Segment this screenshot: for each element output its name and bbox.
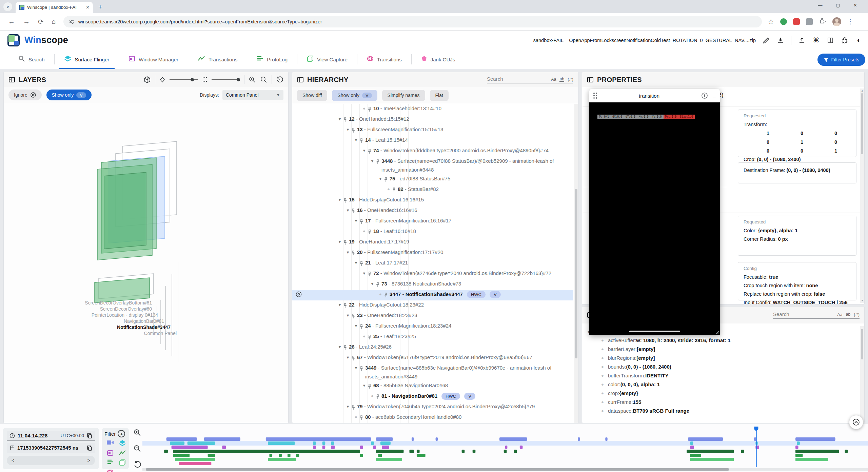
timeline-block-surface-flinger[interactable] <box>188 441 215 445</box>
expand-arrow-icon[interactable]: ▼ <box>353 136 359 144</box>
zoom-out-icon[interactable] <box>133 445 141 453</box>
expand-arrow-icon[interactable]: ▼ <box>344 402 351 411</box>
timeline-block-transactions[interactable] <box>164 450 168 453</box>
edit-pencil-icon[interactable] <box>763 37 770 44</box>
pin-icon[interactable] <box>368 227 373 237</box>
tree-node[interactable]: ▼14 - Leaf:15:15#14 <box>292 136 573 146</box>
camera-filter-icon[interactable] <box>106 439 114 448</box>
timeline-block-transitions[interactable] <box>499 437 527 441</box>
match-case-toggle[interactable]: Aa <box>837 312 842 317</box>
tree-node[interactable]: ▼21 - Leaf:17:17#21 <box>292 258 573 269</box>
next-frame-button[interactable]: > <box>87 458 90 463</box>
tree-node[interactable]: ●25 - Leaf:18:23#25 <box>292 332 573 342</box>
expand-arrow-icon[interactable]: ▼ <box>361 381 368 390</box>
browser-tab[interactable]: Winscope | sandbox-FAI ✕ <box>16 2 93 13</box>
zoom-in-icon[interactable] <box>133 429 141 437</box>
extension-icon-green[interactable] <box>780 18 787 25</box>
expand-arrow-icon[interactable]: ▼ <box>336 195 343 204</box>
timeline-block-protolog[interactable] <box>795 454 803 457</box>
rotation-slider[interactable] <box>170 79 198 80</box>
timeline-block-transactions[interactable] <box>173 450 360 453</box>
timeline-block-window-manager[interactable] <box>373 446 376 449</box>
tree-node[interactable]: ▼74 - WindowToken{fdddbe6 type=2000 andr… <box>292 146 573 157</box>
timeline-block-transitions[interactable] <box>376 437 393 441</box>
transactions-filter-icon[interactable] <box>119 450 126 458</box>
property-row[interactable]: ●color: (0, 0, 0), alpha: 1 <box>582 380 860 389</box>
pin-icon[interactable] <box>376 157 381 167</box>
info-icon[interactable] <box>701 92 708 99</box>
timeline-block-protolog[interactable] <box>208 454 215 457</box>
tab-surface-flinger[interactable]: Surface Flinger <box>55 50 119 69</box>
viewcapture-filter-icon[interactable] <box>119 459 126 467</box>
timeline-block-transactions[interactable] <box>376 450 403 453</box>
timeline-cursor-handle[interactable] <box>754 427 758 431</box>
pin-icon[interactable] <box>351 311 357 321</box>
tree-node[interactable]: ▼67 - WindowToken{e5176f9 type=2019 andr… <box>292 353 573 363</box>
zoom-out-icon[interactable] <box>260 76 268 83</box>
collapse-panel-icon[interactable] <box>297 76 304 83</box>
tree-node[interactable]: ●81 - NavigationBar0#81HWCV <box>292 392 573 402</box>
expand-arrow-icon[interactable]: ▼ <box>361 146 368 155</box>
pin-icon[interactable] <box>359 413 365 423</box>
property-row[interactable]: ●blurRegions: [empty] <box>582 354 860 362</box>
timeline-block-surface-flinger[interactable] <box>371 441 374 445</box>
tree-node[interactable]: ●3447 - NotificationShade#3447HWCV <box>292 290 573 300</box>
tree-node[interactable]: ▼16 - OneHanded:16:16#16 <box>292 206 573 216</box>
timeline-block-protolog[interactable] <box>296 454 299 457</box>
layer-label[interactable]: ScreenDecorOverlay#60 <box>16 306 152 312</box>
resize-handle-icon[interactable] <box>714 330 719 334</box>
pin-icon[interactable] <box>343 195 349 206</box>
layer-label[interactable]: PointerLocation - display 0#134 <box>22 312 158 318</box>
bookmark-star-icon[interactable]: ☆ <box>768 18 774 26</box>
collapse-filter-icon[interactable]: ▲ <box>118 430 125 437</box>
pin-icon[interactable] <box>351 125 357 136</box>
bug-report-icon[interactable] <box>841 37 848 44</box>
timeline-block-view-capture[interactable] <box>376 458 402 461</box>
url-bar[interactable]: winscope.teams.x20web.corp.google.com/pr… <box>63 16 762 27</box>
timeline-block-window-manager[interactable] <box>795 446 798 449</box>
tree-node[interactable]: ▼15 - HideDisplayCutout:16:16#15 <box>292 195 573 206</box>
timeline-block-transitions[interactable] <box>204 437 240 441</box>
expand-arrow-icon[interactable]: ▼ <box>344 125 351 134</box>
property-row[interactable]: ●activeBuffer: w: 1080, h: 2400, stride:… <box>582 336 860 345</box>
pin-icon[interactable] <box>384 174 390 185</box>
timeline-block-protolog[interactable] <box>173 454 190 457</box>
expand-arrow-icon[interactable]: ▼ <box>336 115 343 123</box>
tree-node[interactable]: ▼3448 - Surface(name=ed70f88 StatusBar)/… <box>292 157 573 174</box>
pin-icon[interactable] <box>368 104 373 115</box>
timeline-block-transactions[interactable] <box>462 450 465 453</box>
timeline-block-window-manager[interactable] <box>360 446 363 449</box>
timeline-block-transitions[interactable] <box>266 437 371 441</box>
3d-cube-icon[interactable] <box>143 76 151 83</box>
timeline-block-transitions[interactable] <box>578 437 580 441</box>
reload-icon[interactable]: ⟳ <box>38 18 44 26</box>
layers-filter-icon[interactable] <box>119 439 126 448</box>
collapse-panel-icon[interactable] <box>587 76 594 83</box>
tree-node[interactable]: ●18 - Leaf:16:16#18 <box>292 227 573 237</box>
timeline-tracks[interactable] <box>142 426 868 469</box>
timeline-block-surface-flinger[interactable] <box>797 441 800 445</box>
tree-node[interactable]: ▼26 - Leaf:24:25#26 <box>292 342 573 353</box>
zoom-in-icon[interactable] <box>249 76 256 83</box>
profile-avatar[interactable] <box>832 17 841 26</box>
timeline-block-surface-flinger[interactable] <box>380 441 391 445</box>
timeline-block-transactions[interactable] <box>741 450 744 453</box>
show-diff-chip[interactable]: Show diff <box>297 90 327 101</box>
expand-arrow-icon[interactable]: ▼ <box>353 321 359 330</box>
window-controls[interactable]: — ▢ ✕ <box>818 3 863 8</box>
new-tab-button[interactable]: + <box>98 3 102 11</box>
expand-arrow-icon[interactable]: ▼ <box>336 300 343 309</box>
pin-icon[interactable] <box>376 392 381 402</box>
layers-3d-view[interactable]: ScreenDecorOverlayBottom#61ScreenDecorOv… <box>4 103 288 423</box>
timeline-block-transitions[interactable] <box>412 437 414 441</box>
timeline-block-window-manager[interactable] <box>505 446 507 449</box>
timeline-block-protolog[interactable] <box>417 454 426 457</box>
timeline-block-transactions[interactable] <box>687 450 734 453</box>
expand-arrow-icon[interactable]: ▼ <box>353 258 359 267</box>
show-only-chip[interactable]: Show only V <box>46 90 92 100</box>
tree-node[interactable]: ▼68 - 885b63e NavigationBar0#68 <box>292 381 573 392</box>
tree-node[interactable]: ▼75 - ed70f88 StatusBar#75 <box>292 174 573 185</box>
pin-icon[interactable] <box>368 269 373 279</box>
regex-toggle[interactable]: (.*) <box>854 312 860 317</box>
tree-node[interactable]: ▼19 - OneHanded:17:17#19 <box>292 237 573 248</box>
